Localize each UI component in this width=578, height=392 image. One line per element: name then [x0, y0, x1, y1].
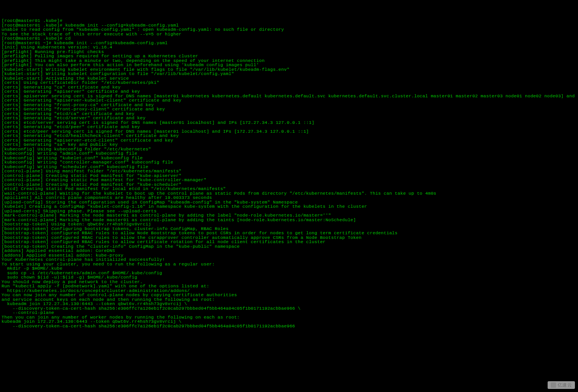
terminal-line: [kubeconfig] Writing "admin.conf" kubeco… [2, 151, 576, 156]
terminal-line: [certs] Generating "etcd/healthcheck-cli… [2, 133, 576, 138]
terminal-line: [control-plane] Creating static Pod mani… [2, 178, 576, 182]
terminal-line: --discovery-token-ca-cert-hash sha256:e3… [2, 324, 576, 329]
terminal-line: [certs] Generating "etcd/server" certifi… [2, 116, 576, 120]
terminal-line: [kubelet-start] Writing kubelet configur… [2, 72, 576, 76]
terminal-line: [certs] Using certificateDir folder "/et… [2, 80, 576, 85]
terminal-line: sudo chown $(id -u):$(id -g) $HOME/.kube… [2, 275, 576, 280]
terminal-line: [certs] Generating "sa" key and public k… [2, 142, 576, 147]
terminal-line: Run "kubectl apply -f [podnetwork].yaml"… [2, 284, 576, 289]
terminal-line: [init] Using Kubernetes version: v1.16.4 [2, 45, 576, 50]
watermark-text: 亿速云 [558, 383, 572, 387]
terminal-line: [certs] Generating "apiserver" certifica… [2, 89, 576, 94]
terminal-line: [root@master01 .kube]# [2, 18, 576, 23]
terminal-line: [kubelet] Creating a ConfigMap "kubelet-… [2, 204, 576, 209]
terminal-line: Your Kubernetes control-plane has initia… [2, 257, 576, 262]
terminal-line: [certs] Generating "etcd/peer" certifica… [2, 125, 576, 129]
terminal-line: [root@master01 .kube]# cd [2, 36, 576, 41]
terminal-line: --discovery-token-ca-cert-hash sha256:e3… [2, 306, 576, 311]
terminal-line: [apiclient] All control plane components… [2, 195, 576, 200]
terminal-line: To start using your cluster, you need to… [2, 262, 576, 267]
terminal-line: [etcd] Creating static Pod manifest for … [2, 187, 576, 191]
terminal-line: [mark-control-plane] Marking the node ma… [2, 213, 576, 218]
terminal-line: kubeadm join 172.27.34.130:6443 --token … [2, 302, 576, 306]
terminal-line: [preflight] You can also perform this ac… [2, 63, 576, 67]
terminal-line: kubeadm join 172.27.34.130:6443 --token … [2, 319, 576, 324]
terminal-line: [bootstrap-token] configured RBAC rules … [2, 231, 576, 235]
terminal-line: unable to read config from "kubeadm-conf… [2, 27, 576, 32]
terminal-line: --control-plane [2, 310, 576, 315]
watermark-badge: 亿速云 [548, 381, 575, 389]
terminal-line: [control-plane] Using manifest folder "/… [2, 169, 576, 173]
terminal-line: [addons] Applied essential addon: CoreDN… [2, 249, 576, 253]
terminal-output[interactable]: [root@master01 .kube]#[root@master01 .ku… [2, 18, 576, 392]
terminal-line: [certs] Generating "apiserver-kubelet-cl… [2, 98, 576, 103]
watermark-icon [551, 382, 556, 388]
terminal-line: [preflight] Pulling images required for … [2, 54, 576, 58]
terminal-line: mkdir -p $HOME/.kube [2, 266, 576, 271]
terminal-line: [bootstrap-token] configured RBAC rules … [2, 240, 576, 244]
terminal-line: [bootstrap-token] Using token: qbwt6v.rr… [2, 222, 576, 227]
terminal-line: You can now join any number of control-p… [2, 293, 576, 297]
terminal-line: [certs] Generating "front-proxy-client" … [2, 107, 576, 112]
terminal-line: [kubeconfig] Writing "controller-manager… [2, 160, 576, 165]
terminal-line: To see the stack trace of this error exe… [2, 32, 576, 37]
